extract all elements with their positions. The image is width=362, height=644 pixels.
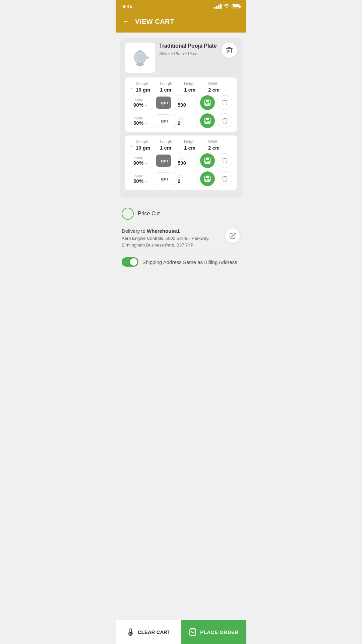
bottom-bar: CLEAR CART PLACE ORDER xyxy=(116,620,246,644)
save-button-1[interactable] xyxy=(200,95,215,110)
purity-label-2: Purity xyxy=(133,116,149,120)
qty-input-2[interactable]: Qty 2 xyxy=(174,114,197,128)
dimensions-header-1: ⌄ Weight 10 gm Length 1 cm Height 1 cm xyxy=(130,82,232,93)
purity-row-3: Purity 90% ⌄ gm pc Qty 500 xyxy=(130,153,232,168)
delete-row-button-3[interactable] xyxy=(218,153,232,168)
purity-select-3[interactable]: Purity 90% ⌄ xyxy=(130,154,153,168)
toggle-row: Shipping Address Same as Billing Address xyxy=(120,254,242,273)
price-cut-row: Price Cut xyxy=(120,204,242,224)
back-button[interactable]: ← xyxy=(122,17,130,26)
qty-value-2: 2 xyxy=(178,120,194,126)
dim-width-label: Width xyxy=(208,82,232,86)
unit-toggle-1: gm pc xyxy=(156,96,171,109)
delete-row-button-4[interactable] xyxy=(218,171,232,186)
product-info: Traditional Pooja Plate Silver • Plate •… xyxy=(159,43,218,56)
purity-select-1[interactable]: Purity 90% ⌄ xyxy=(130,96,153,110)
delete-row-button-2[interactable] xyxy=(218,113,232,128)
svg-rect-6 xyxy=(206,100,209,102)
qty-value-1: 500 xyxy=(178,102,194,108)
qty-label-1: Qty xyxy=(178,98,194,102)
dim-length-1: Length 1 cm xyxy=(160,82,184,93)
dim-height-1: Height 1 cm xyxy=(184,82,208,93)
dim-width-1: Width 2 cm xyxy=(208,82,232,93)
unit-gm-btn-2[interactable]: gm xyxy=(156,115,171,127)
purity-label-1: Purity xyxy=(133,98,149,102)
product-image xyxy=(125,43,155,73)
dim-height-value: 1 cm xyxy=(184,87,208,93)
delete-product-button[interactable] xyxy=(222,43,237,58)
svg-rect-8 xyxy=(206,103,207,105)
save-button-2[interactable] xyxy=(200,113,215,128)
dim-weight-1: Weight 10 gm xyxy=(136,82,160,93)
dimensions-grid-1: Weight 10 gm Length 1 cm Height 1 cm Wid… xyxy=(136,82,232,93)
wifi-icon xyxy=(224,3,230,9)
svg-rect-10 xyxy=(206,118,209,120)
product-name: Traditional Pooja Plate xyxy=(159,43,218,50)
chevron-down-icon-2[interactable]: ⌄ xyxy=(130,143,133,148)
place-order-button[interactable]: PLACE ORDER xyxy=(181,620,246,644)
dim-length-label: Length xyxy=(160,82,184,86)
qty-input-4[interactable]: Qty 2 xyxy=(174,172,197,186)
purity-row-1: Purity 90% ⌄ gm pc Qty 500 xyxy=(130,95,232,110)
dim-weight-value: 10 gm xyxy=(136,87,160,93)
edit-delivery-button[interactable] xyxy=(225,228,240,244)
unit-gm-btn-1[interactable]: gm xyxy=(156,97,171,109)
toggle-knob xyxy=(130,258,137,266)
price-cut-label: Price Cut xyxy=(138,211,160,217)
qty-label-2: Qty xyxy=(178,116,194,120)
purity-select-4[interactable]: Purity 50% ⌄ xyxy=(130,172,153,186)
delivery-text: Delivery to Wherehouse1 Aero Engine Cont… xyxy=(122,228,221,248)
unit-gm-btn-3[interactable]: gm xyxy=(156,155,171,167)
svg-rect-12 xyxy=(206,121,207,123)
dimensions-section-2: ⌄ Weight 10 gm Length 1 cm Height 1 cm xyxy=(125,136,237,190)
svg-rect-16 xyxy=(206,161,207,163)
svg-rect-21 xyxy=(129,629,131,632)
unit-gm-btn-4[interactable]: gm xyxy=(156,173,171,185)
svg-rect-2 xyxy=(139,50,141,51)
purity-select-2[interactable]: Purity 50% ⌄ xyxy=(130,114,153,128)
dim-length-value: 1 cm xyxy=(160,87,184,93)
purity-value-1: 90% xyxy=(133,102,143,108)
svg-point-4 xyxy=(136,63,144,66)
shipping-toggle[interactable] xyxy=(122,257,138,267)
price-cut-icon xyxy=(122,208,134,220)
unit-toggle-4: gm pc xyxy=(156,172,171,185)
purity-row-2: Purity 50% ⌄ gm pc Qty 2 xyxy=(130,113,232,128)
status-icons xyxy=(214,3,240,9)
purity-chevron-2: ⌄ xyxy=(145,121,147,125)
toggle-label: Shipping Address Same as Billing Address xyxy=(142,259,237,265)
main-content: Traditional Pooja Plate Silver • Plate •… xyxy=(116,33,246,307)
delete-row-button-1[interactable] xyxy=(218,95,232,110)
clear-cart-button[interactable]: CLEAR CART xyxy=(116,620,181,644)
place-order-label: PLACE ORDER xyxy=(200,629,239,635)
delivery-to: Delivery to Wherehouse1 xyxy=(122,228,221,234)
dim-weight-2: Weight 10 gm xyxy=(136,140,160,151)
qty-input-3[interactable]: Qty 500 xyxy=(174,154,197,168)
svg-rect-18 xyxy=(206,176,209,178)
product-card: Traditional Pooja Plate Silver • Plate •… xyxy=(120,38,242,198)
qty-input-1[interactable]: Qty 500 xyxy=(174,96,197,110)
signal-icon xyxy=(214,4,222,9)
dim-height-label: Height xyxy=(184,82,208,86)
purity-row-4: Purity 50% ⌄ gm pc Qty 2 xyxy=(130,171,232,186)
status-time: 9:45 xyxy=(122,3,132,9)
chevron-down-icon-1[interactable]: ⌄ xyxy=(130,85,133,90)
purity-chevron-1: ⌄ xyxy=(145,103,147,107)
product-header: Traditional Pooja Plate Silver • Plate •… xyxy=(125,43,237,73)
delivery-section: Delivery to Wherehouse1 Aero Engine Cont… xyxy=(120,224,242,254)
delivery-address: Aero Engine Controls, 5000 Solihull Park… xyxy=(122,235,221,248)
svg-rect-14 xyxy=(206,158,209,160)
dimensions-header-2: ⌄ Weight 10 gm Length 1 cm Height 1 cm xyxy=(130,140,232,151)
purity-value-2: 50% xyxy=(133,120,143,126)
unit-toggle-3: gm pc xyxy=(156,154,171,167)
dimensions-grid-2: Weight 10 gm Length 1 cm Height 1 cm Wid… xyxy=(136,140,232,151)
battery-icon xyxy=(232,4,240,8)
svg-point-0 xyxy=(226,7,227,8)
save-button-4[interactable] xyxy=(200,171,215,186)
dim-length-2: Length 1 cm xyxy=(160,140,184,151)
app-header: ← VIEW CART xyxy=(116,12,246,33)
dim-width-value: 2 cm xyxy=(208,87,232,93)
dimensions-section-1: ⌄ Weight 10 gm Length 1 cm Height 1 cm xyxy=(125,77,237,132)
dim-width-2: Width 2 cm xyxy=(208,140,232,151)
save-button-3[interactable] xyxy=(200,153,215,168)
